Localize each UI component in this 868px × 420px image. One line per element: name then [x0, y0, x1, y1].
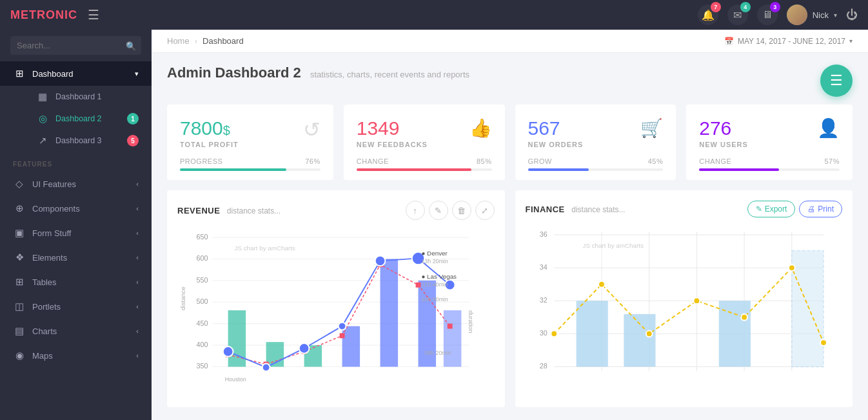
arrow-left-icon: ‹: [136, 352, 139, 359]
delete-button[interactable]: 🗑: [452, 201, 471, 220]
finance-chart-subtitle: distance stats...: [571, 205, 625, 214]
notifications-button[interactable]: 🔔 7: [698, 5, 718, 25]
sidebar-item-label: Elements: [32, 253, 130, 263]
stat-values: 1349 NEW FEEDBACKS: [357, 117, 428, 148]
printer-icon: 🖨: [807, 205, 815, 214]
sidebar-item-label: Form Stuff: [32, 228, 130, 238]
progress-bar-fill: [528, 168, 589, 171]
edit-button[interactable]: ✎: [429, 201, 448, 220]
svg-text:400: 400: [196, 341, 208, 348]
menu-toggle[interactable]: ☰: [88, 7, 99, 23]
date-range-picker[interactable]: 📅 MAY 14, 2017 - JUNE 12, 2017 ▾: [724, 37, 853, 46]
stat-values: 567 NEW ORDERS: [528, 117, 584, 148]
breadcrumb: Home › Dashboard: [167, 36, 244, 46]
svg-point-70: [820, 339, 827, 346]
home-icon: ⊞: [13, 68, 26, 79]
brand-suffix: NIC: [55, 8, 77, 21]
arrow-down-icon: ▾: [135, 70, 139, 78]
arrow-left-icon: ‹: [136, 229, 139, 237]
sidebar-item-dashboard2[interactable]: ◎ Dashboard 2 1: [13, 108, 152, 130]
menu-icon: ☰: [830, 72, 843, 89]
plus-circle-icon: ⊕: [13, 203, 26, 214]
progress-label: CHANGE 57%: [699, 157, 840, 165]
breadcrumb-home[interactable]: Home: [167, 36, 190, 46]
stat-value: 7800$: [180, 117, 239, 139]
user-icon: 👤: [817, 117, 840, 139]
stat-values: 7800$ TOTAL PROFIT: [180, 117, 239, 148]
charts-row: REVENUE distance stats... ↑ ✎ 🗑 ⤢ 650 60…: [152, 190, 868, 417]
upload-button[interactable]: ↑: [406, 201, 425, 220]
brand-logo: METRONIC: [10, 8, 77, 22]
elements-icon: ❖: [13, 252, 26, 263]
breadcrumb-current: Dashboard: [202, 36, 244, 46]
stat-progress: CHANGE 57%: [699, 157, 840, 171]
stat-progress: GROW 45%: [528, 157, 664, 171]
messages-button[interactable]: ✉ 4: [727, 5, 748, 25]
svg-text:JS chart by amCharts: JS chart by amCharts: [234, 245, 295, 252]
messages-badge: 4: [740, 2, 751, 12]
sidebar-item-elements[interactable]: ❖ Elements ‹: [0, 245, 152, 270]
page-title: Admin Dashboard 2 statistics, charts, re…: [167, 65, 469, 81]
stat-value: 276: [699, 117, 748, 139]
sidebar-item-form-stuff[interactable]: ▣ Form Stuff ‹: [0, 221, 152, 245]
print-button[interactable]: 🖨 Print: [799, 201, 842, 217]
svg-point-30: [223, 346, 233, 357]
finance-chart-header: FINANCE distance stats... ✎ Export 🖨 Pri…: [526, 201, 843, 217]
sidebar-item-dashboard[interactable]: ⊞ Dashboard ▾: [0, 61, 152, 86]
chart-icon: ▤: [13, 325, 26, 337]
stat-header: 7800$ TOTAL PROFIT ↺: [180, 117, 321, 148]
svg-text:500: 500: [196, 297, 208, 305]
expand-button[interactable]: ⤢: [475, 201, 495, 220]
sidebar: 🔍 ⊞ Dashboard ▾ ▦ Dashboard 1 ◎ Dashboar…: [0, 30, 152, 420]
sidebar-item-dashboard1[interactable]: ▦ Dashboard 1: [13, 86, 152, 108]
svg-rect-61: [624, 314, 655, 367]
finance-chart-title: FINANCE: [526, 205, 565, 214]
dashboard2-badge: 1: [127, 113, 139, 125]
svg-rect-28: [416, 283, 421, 288]
main-layout: 🔍 ⊞ Dashboard ▾ ▦ Dashboard 1 ◎ Dashboar…: [0, 30, 868, 420]
fab-button[interactable]: ☰: [820, 65, 853, 97]
thumbs-up-icon: 👍: [469, 117, 492, 139]
sidebar-item-charts[interactable]: ▤ Charts ‹: [0, 319, 152, 343]
sidebar-item-portlets[interactable]: ◫ Portlets ‹: [0, 294, 152, 319]
progress-bar-bg: [699, 168, 840, 171]
svg-rect-20: [380, 259, 399, 366]
diamond-icon: ◇: [13, 178, 26, 190]
user-menu[interactable]: Nick ▾: [787, 5, 837, 25]
export-label: Export: [765, 205, 787, 214]
export-button[interactable]: ✎ Export: [747, 201, 796, 217]
progress-bar-bg: [528, 168, 664, 171]
stats-row: 7800$ TOTAL PROFIT ↺ PROGRESS 76%: [152, 105, 868, 190]
svg-text:Houston: Houston: [225, 376, 246, 383]
sidebar-item-ui-features[interactable]: ◇ UI Features ‹: [0, 172, 152, 196]
page-title-area: Admin Dashboard 2 statistics, charts, re…: [167, 65, 469, 81]
svg-text:distance: distance: [179, 286, 186, 310]
sidebar-item-dashboard3[interactable]: ↗ Dashboard 3 5: [13, 130, 152, 152]
svg-point-65: [598, 281, 605, 288]
sidebar-item-maps[interactable]: ◉ Maps ‹: [0, 343, 152, 368]
pencil-icon: ✎: [756, 205, 762, 214]
notifications-badge: 7: [711, 2, 721, 12]
chevron-down-icon: ▾: [849, 37, 853, 45]
svg-rect-29: [448, 324, 453, 329]
stat-header: 276 NEW USERS 👤: [699, 117, 840, 148]
svg-text:350: 350: [196, 362, 208, 370]
stat-progress: PROGRESS 76%: [180, 157, 321, 171]
sidebar-item-label: Components: [32, 204, 130, 214]
portlets-icon: ◫: [13, 301, 26, 312]
date-range-text: MAY 14, 2017 - JUNE 12, 2017: [738, 37, 845, 46]
svg-rect-22: [444, 310, 462, 366]
sidebar-item-components[interactable]: ⊕ Components ‹: [0, 196, 152, 221]
sidebar-sub-dashboard: ▦ Dashboard 1 ◎ Dashboard 2 1 ↗ Dashboar…: [0, 86, 152, 152]
stat-value: 1349: [357, 117, 428, 139]
stat-header: 1349 NEW FEEDBACKS 👍: [357, 117, 492, 148]
svg-text:36: 36: [539, 230, 547, 238]
stat-card-new-feedbacks: 1349 NEW FEEDBACKS 👍 CHANGE 85%: [344, 105, 505, 180]
table-icon: ⊞: [13, 276, 26, 288]
alerts-button[interactable]: 🖥 3: [757, 5, 778, 25]
search-input[interactable]: [10, 36, 141, 55]
arrow-left-icon: ‹: [136, 278, 139, 286]
sidebar-item-tables[interactable]: ⊞ Tables ‹: [0, 270, 152, 294]
trending-icon: ↗: [36, 135, 49, 146]
logout-button[interactable]: ⏻: [846, 8, 858, 22]
